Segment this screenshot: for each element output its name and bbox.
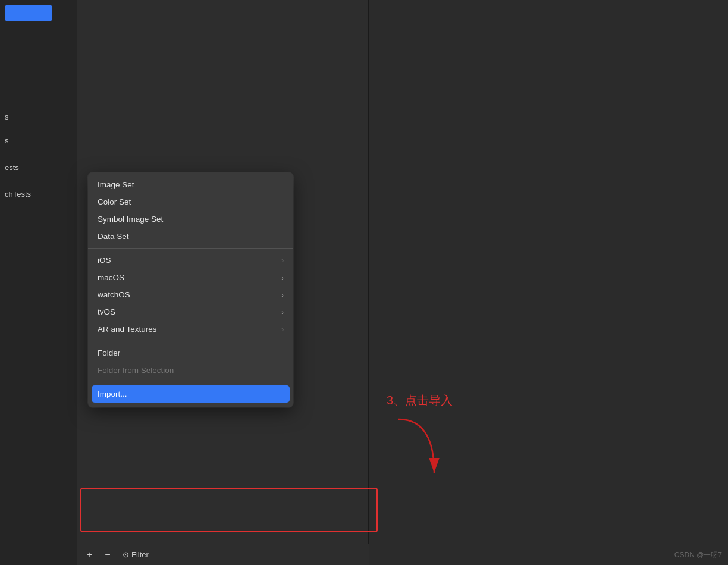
chevron-right-icon: › xyxy=(281,291,284,299)
menu-item-symbol-image-set-label: Symbol Image Set xyxy=(98,215,163,224)
plus-icon: + xyxy=(87,550,92,560)
menu-item-color-set-label: Color Set xyxy=(98,197,131,206)
add-button[interactable]: + xyxy=(83,548,96,561)
menu-item-macos[interactable]: macOS › xyxy=(88,269,293,286)
menu-item-watchos-label: watchOS xyxy=(98,290,130,299)
menu-item-data-set[interactable]: Data Set xyxy=(88,228,293,245)
menu-item-ar-textures[interactable]: AR and Textures › xyxy=(88,321,293,338)
sidebar: s s ests chTests xyxy=(0,0,77,565)
annotation-arrow-icon xyxy=(387,413,446,485)
sidebar-top-button[interactable] xyxy=(5,5,52,21)
bottom-toolbar: + − ⊙ Filter xyxy=(77,544,369,565)
menu-item-symbol-image-set[interactable]: Symbol Image Set xyxy=(88,211,293,228)
menu-item-folder-from-selection-label: Folder from Selection xyxy=(98,366,174,375)
menu-item-ar-textures-label: AR and Textures xyxy=(98,325,157,334)
sidebar-item-1[interactable]: s xyxy=(0,110,14,124)
menu-item-data-set-label: Data Set xyxy=(98,232,129,241)
menu-item-color-set[interactable]: Color Set xyxy=(88,193,293,211)
menu-item-tvos[interactable]: tvOS › xyxy=(88,303,293,321)
menu-item-import-label: Import... xyxy=(98,390,127,398)
menu-item-tvos-label: tvOS xyxy=(98,307,115,316)
sidebar-item-3[interactable]: ests xyxy=(0,161,24,174)
chevron-right-icon: › xyxy=(281,309,284,316)
annotation: 3、点击导入 xyxy=(387,393,453,487)
menu-item-macos-label: macOS xyxy=(98,273,124,282)
filter-label: Filter xyxy=(131,550,149,559)
menu-item-folder-label: Folder xyxy=(98,349,120,357)
filter-icon: ⊙ xyxy=(123,550,129,559)
remove-button[interactable]: − xyxy=(101,548,114,561)
annotation-text: 3、点击导入 xyxy=(387,393,453,409)
menu-item-watchos[interactable]: watchOS › xyxy=(88,286,293,303)
watermark: CSDN @一呀7 xyxy=(674,550,722,560)
sidebar-item-2[interactable]: s xyxy=(0,134,14,147)
chevron-right-icon: › xyxy=(281,326,284,333)
menu-item-image-set[interactable]: Image Set xyxy=(88,176,293,193)
menu-item-folder[interactable]: Folder xyxy=(88,344,293,362)
sidebar-item-4[interactable]: chTests xyxy=(0,187,36,201)
filter-button[interactable]: ⊙ Filter xyxy=(119,549,152,560)
menu-item-ios[interactable]: iOS › xyxy=(88,252,293,269)
chevron-right-icon: › xyxy=(281,257,284,264)
separator-1 xyxy=(88,248,293,249)
chevron-right-icon: › xyxy=(281,274,284,281)
separator-3 xyxy=(88,382,293,382)
menu-item-import[interactable]: Import... xyxy=(92,385,290,403)
menu-item-folder-from-selection[interactable]: Folder from Selection xyxy=(88,362,293,379)
menu-item-image-set-label: Image Set xyxy=(98,180,134,189)
separator-2 xyxy=(88,341,293,341)
menu-item-ios-label: iOS xyxy=(98,256,111,265)
minus-icon: − xyxy=(105,550,110,560)
context-menu: Image Set Color Set Symbol Image Set Dat… xyxy=(88,172,293,407)
